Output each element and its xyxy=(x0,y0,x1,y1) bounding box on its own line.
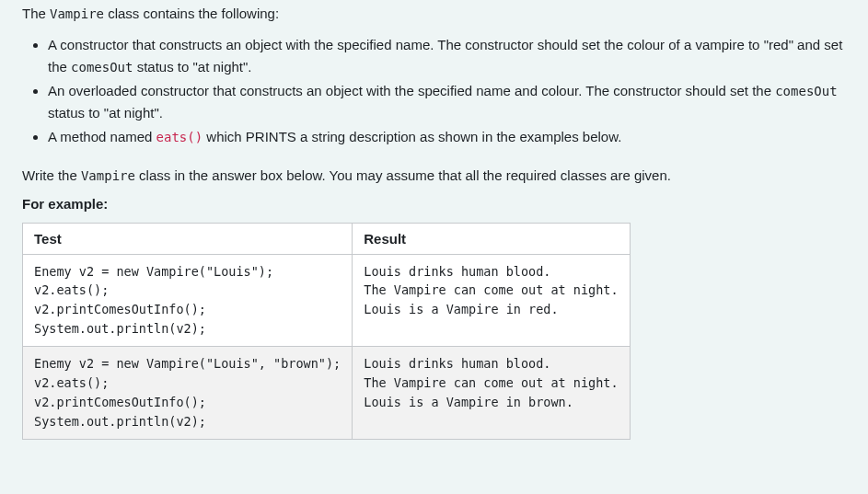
bullet-post: status to "at night". xyxy=(133,59,251,75)
table-row: Enemy v2 = new Vampire("Louis", "brown")… xyxy=(23,347,631,440)
table-row: Enemy v2 = new Vampire("Louis"); v2.eats… xyxy=(23,254,631,347)
bullet-post: which PRINTS a string description as sho… xyxy=(203,129,621,144)
intro-line: The Vampire class contains the following… xyxy=(22,0,846,25)
write-post: class in the answer box below. You may a… xyxy=(135,167,671,183)
intro-suffix: class contains the following: xyxy=(104,6,279,21)
test-cell: Enemy v2 = new Vampire("Louis", "brown")… xyxy=(23,347,353,440)
requirements-list: A constructor that constructs an object … xyxy=(48,34,846,148)
intro-prefix: The xyxy=(22,6,50,21)
intro-classname: Vampire xyxy=(50,6,104,21)
example-table: Test Result Enemy v2 = new Vampire("Loui… xyxy=(22,223,631,440)
write-classname: Vampire xyxy=(81,168,135,183)
table-header-test: Test xyxy=(23,223,353,254)
write-pre: Write the xyxy=(22,167,81,183)
bullet-code: eats() xyxy=(156,130,203,144)
list-item: An overloaded constructor that construct… xyxy=(48,80,846,124)
bullet-post: status to "at night". xyxy=(48,105,163,121)
list-item: A method named eats() which PRINTS a str… xyxy=(48,126,846,148)
result-cell: Louis drinks human blood. The Vampire ca… xyxy=(353,254,630,347)
test-cell: Enemy v2 = new Vampire("Louis"); v2.eats… xyxy=(23,254,353,347)
bullet-pre: A method named xyxy=(48,129,156,144)
result-cell: Louis drinks human blood. The Vampire ca… xyxy=(353,347,630,440)
bullet-code: comesOut xyxy=(71,60,133,75)
for-example-label: For example: xyxy=(22,196,846,212)
table-header-result: Result xyxy=(353,223,630,254)
bullet-pre: An overloaded constructor that construct… xyxy=(48,83,775,98)
bullet-code: comesOut xyxy=(775,84,837,98)
list-item: A constructor that constructs an object … xyxy=(48,34,846,78)
write-instruction: Write the Vampire class in the answer bo… xyxy=(22,165,846,187)
